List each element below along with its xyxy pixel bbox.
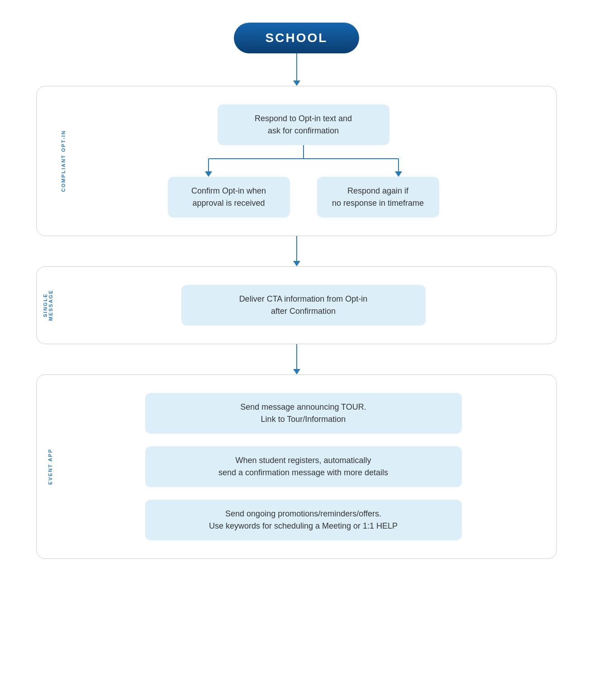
- branch-connector: [150, 145, 457, 177]
- side-label-single-message: SINGLE MESSAGE: [43, 289, 53, 321]
- section-opt-in: COMPLIANT OPT-IN Respond to Opt-in text …: [36, 86, 557, 236]
- section-event-app: EVENT APP Send message announcing TOUR. …: [36, 374, 557, 559]
- single-message-content: Deliver CTA information from Opt-in afte…: [73, 285, 534, 326]
- arrow-3: [293, 344, 300, 374]
- event-node-1: Send message announcing TOUR. Link to To…: [145, 393, 462, 434]
- branch-right: Respond again if no response in timefram…: [317, 177, 439, 218]
- section-single-message: SINGLE MESSAGE Deliver CTA information f…: [36, 266, 557, 344]
- event-node-3: Send ongoing promotions/reminders/offers…: [145, 500, 462, 540]
- branch-left: Confirm Opt-in when approval is received: [168, 177, 290, 218]
- opt-in-branch: Confirm Opt-in when approval is received…: [73, 177, 534, 218]
- single-message-node: Deliver CTA information from Opt-in afte…: [181, 285, 426, 326]
- svg-marker-5: [395, 171, 402, 177]
- arrow-1: [293, 53, 300, 86]
- school-node: SCHOOL: [234, 23, 360, 53]
- arrow-2: [293, 236, 300, 266]
- event-node-2: When student registers, automatically se…: [145, 446, 462, 487]
- svg-marker-4: [205, 171, 212, 177]
- page-container: SCHOOL COMPLIANT OPT-IN Respond to Opt-i…: [0, 0, 593, 700]
- side-label-opt-in: COMPLIANT OPT-IN: [61, 130, 66, 192]
- opt-in-left-node: Confirm Opt-in when approval is received: [168, 177, 290, 218]
- event-app-content: Send message announcing TOUR. Link to To…: [73, 393, 534, 540]
- opt-in-content: Respond to Opt-in text and ask for confi…: [73, 104, 534, 218]
- side-label-event-app: EVENT APP: [47, 449, 53, 485]
- opt-in-top-node: Respond to Opt-in text and ask for confi…: [218, 104, 389, 145]
- opt-in-right-node: Respond again if no response in timefram…: [317, 177, 439, 218]
